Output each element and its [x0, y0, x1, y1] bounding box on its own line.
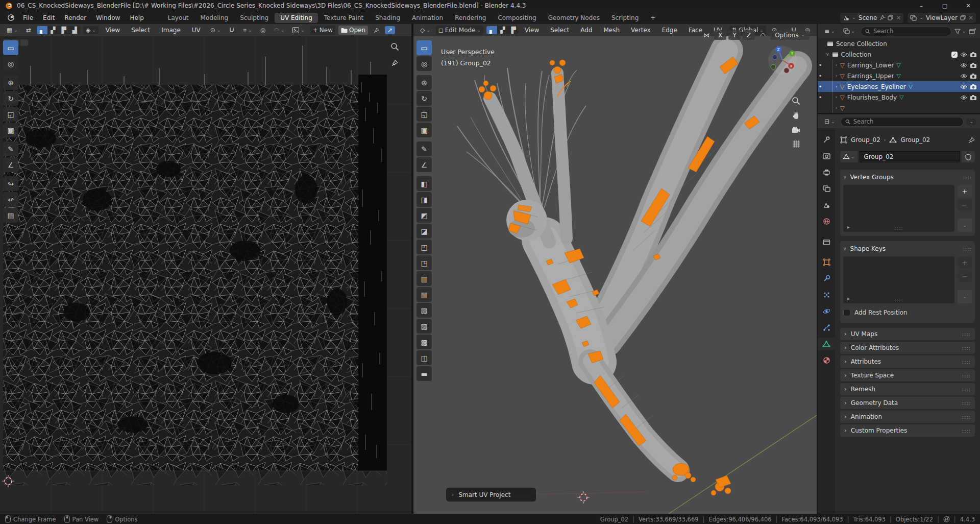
pan-hand-icon[interactable]	[792, 112, 800, 120]
tab-render[interactable]	[818, 150, 835, 162]
section-color-attributes[interactable]: › Color Attributes ::::	[840, 342, 975, 354]
zoom-icon[interactable]	[390, 42, 399, 53]
pivot-point-button[interactable]: ⊙ ⌄	[208, 26, 224, 34]
minimize-button[interactable]: –	[910, 0, 933, 11]
scene-selector[interactable]: ⌄ Scene ✕	[840, 13, 903, 23]
section-remesh[interactable]: › Remesh ::::	[840, 383, 975, 395]
drag-grip[interactable]: ::::	[962, 331, 971, 337]
list-resize-grip[interactable]: ::::	[894, 297, 903, 302]
image-browse-button[interactable]: ⌄	[290, 26, 307, 34]
list-expand-icon[interactable]: ▸	[847, 296, 850, 301]
tab-tool[interactable]	[818, 133, 835, 146]
section-geometry-data[interactable]: › Geometry Data ::::	[840, 397, 975, 409]
vertex-select-mode-button[interactable]: ▖	[486, 26, 497, 34]
tool-spin[interactable]: ▥	[416, 271, 432, 286]
camera-view-icon[interactable]	[792, 127, 800, 133]
menu-help[interactable]: Help	[125, 13, 148, 23]
tool-select-box[interactable]: ▭	[416, 40, 432, 55]
add-shape-key-button[interactable]: +	[958, 256, 972, 269]
tool-bevel[interactable]: ◩	[416, 208, 432, 223]
shape-key-specials-button[interactable]: ⌄	[958, 290, 972, 303]
tool-rotate[interactable]: ↻	[416, 91, 432, 106]
uv-menu-select[interactable]: Select	[127, 26, 154, 35]
tool-knife[interactable]: ◰	[416, 240, 432, 254]
pin-icon[interactable]	[391, 60, 398, 68]
disable-render-camera-icon[interactable]	[970, 52, 977, 57]
uv-tool-transform[interactable]: ▣	[3, 123, 18, 137]
proportional-edit-toggle[interactable]: ◎	[258, 26, 268, 34]
vp-menu-vertex[interactable]: Vertex	[627, 26, 655, 35]
tab-physics[interactable]	[818, 305, 835, 318]
vertex-group-specials-button[interactable]: ⌄	[958, 219, 972, 232]
menu-window[interactable]: Window	[91, 13, 125, 23]
tool-rip-region[interactable]: ◫	[416, 350, 432, 365]
outliner-item-earrings-lower[interactable]: • › ▽ Earrings_Lower ▽	[818, 60, 980, 70]
pin-icon[interactable]	[968, 137, 975, 144]
mirror-x-button[interactable]: X	[714, 30, 726, 40]
hide-eye-icon[interactable]	[960, 63, 967, 68]
tab-compositing[interactable]: Compositing	[492, 13, 542, 23]
tab-scene[interactable]	[818, 199, 835, 211]
breadcrumb-object[interactable]: Group_02	[851, 136, 880, 144]
grid-toggle-icon[interactable]	[792, 140, 800, 148]
uv-tool-move[interactable]: ⊕	[3, 75, 18, 90]
drag-grip[interactable]: ::::	[962, 400, 971, 406]
disable-render-camera-icon[interactable]	[970, 94, 977, 100]
options-button[interactable]: Options ⌄	[770, 31, 810, 40]
tool-transform[interactable]: ▣	[416, 123, 432, 137]
uv-menu-view[interactable]: View	[102, 26, 124, 35]
uv-tool-select-box[interactable]: ▭	[3, 40, 18, 55]
tool-smooth[interactable]: ▦	[416, 287, 432, 302]
scene-collection-row[interactable]: Scene Collection	[818, 38, 980, 49]
tab-rendering[interactable]: Rendering	[449, 13, 492, 23]
uv-edge-select-button[interactable]: ▞	[47, 26, 58, 34]
properties-search-input[interactable]	[853, 118, 960, 125]
uv-tool-relax[interactable]: ↫	[3, 192, 18, 207]
section-uv-maps[interactable]: › UV Maps ::::	[840, 328, 975, 340]
vp-menu-mesh[interactable]: Mesh	[600, 26, 624, 35]
tab-shading[interactable]: Shading	[370, 13, 406, 23]
uv-tool-scale[interactable]: ◱	[3, 107, 18, 122]
vp-menu-add[interactable]: Add	[576, 26, 596, 35]
disable-render-camera-icon[interactable]	[970, 62, 977, 68]
drag-grip[interactable]: ::::	[962, 359, 971, 365]
tool-shrink-fatten[interactable]: ▨	[416, 319, 432, 334]
copy-icon[interactable]	[888, 15, 893, 20]
viewport-canvas[interactable]	[413, 36, 817, 514]
list-expand-icon[interactable]: ▸	[847, 224, 850, 230]
section-texture-space[interactable]: › Texture Space ::::	[840, 369, 975, 382]
snap-toggle[interactable]	[226, 26, 237, 34]
expand-icon[interactable]: ›	[836, 106, 838, 110]
outliner-search[interactable]	[861, 27, 951, 36]
tool-inset-faces[interactable]: ◨	[416, 192, 432, 207]
datablock-name-field[interactable]	[860, 151, 960, 162]
expand-icon[interactable]: ›	[836, 74, 838, 78]
shape-keys-header[interactable]: ∨ Shape Keys ::::	[843, 243, 972, 254]
section-animation[interactable]: › Animation ::::	[840, 411, 975, 423]
uv-vertex-select-button[interactable]: ▖	[37, 26, 47, 34]
tab-uv-editing[interactable]: UV Editing	[275, 13, 318, 23]
hide-eye-icon[interactable]	[960, 52, 967, 57]
remove-viewlayer-icon[interactable]: ✕	[968, 14, 973, 21]
collection-row[interactable]: ∨ Collection ✓	[818, 49, 980, 60]
uv-tool-pinch[interactable]: ▤	[3, 208, 18, 223]
tool-poly-build[interactable]: ◳	[416, 255, 432, 270]
tab-geometry-nodes[interactable]: Geometry Nodes	[543, 13, 605, 23]
tab-particles[interactable]	[818, 289, 835, 301]
drag-grip[interactable]: ::::	[963, 246, 972, 252]
uv-tool-cursor[interactable]: ◎	[3, 56, 18, 71]
expand-icon[interactable]: ›	[836, 95, 838, 100]
maximize-button[interactable]: ▢	[933, 0, 957, 11]
menu-edit[interactable]: Edit	[38, 13, 59, 23]
outliner-item-partial[interactable]: › ▽	[818, 103, 980, 113]
navigation-gizmo[interactable]: Z Y X	[768, 45, 797, 75]
vp-menu-view[interactable]: View	[521, 26, 543, 35]
mesh-datablock-button[interactable]: ⌄	[840, 151, 857, 162]
vp-menu-edge[interactable]: Edge	[658, 26, 681, 35]
drag-grip[interactable]: ::::	[962, 428, 971, 434]
operator-panel[interactable]: › Smart UV Project	[446, 488, 536, 502]
section-custom-properties[interactable]: › Custom Properties ::::	[840, 424, 975, 437]
tab-material[interactable]	[818, 354, 835, 367]
uv-tool-grab[interactable]: ↬	[3, 176, 18, 191]
tool-rip-edge[interactable]: ▬	[416, 366, 432, 381]
